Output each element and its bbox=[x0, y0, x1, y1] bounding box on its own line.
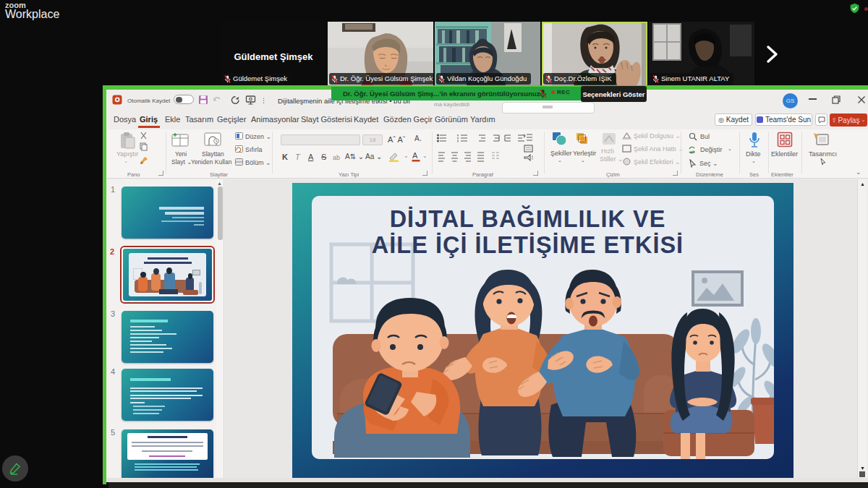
svg-text:ab: ab bbox=[690, 150, 695, 154]
svg-text:A: A bbox=[412, 151, 418, 160]
